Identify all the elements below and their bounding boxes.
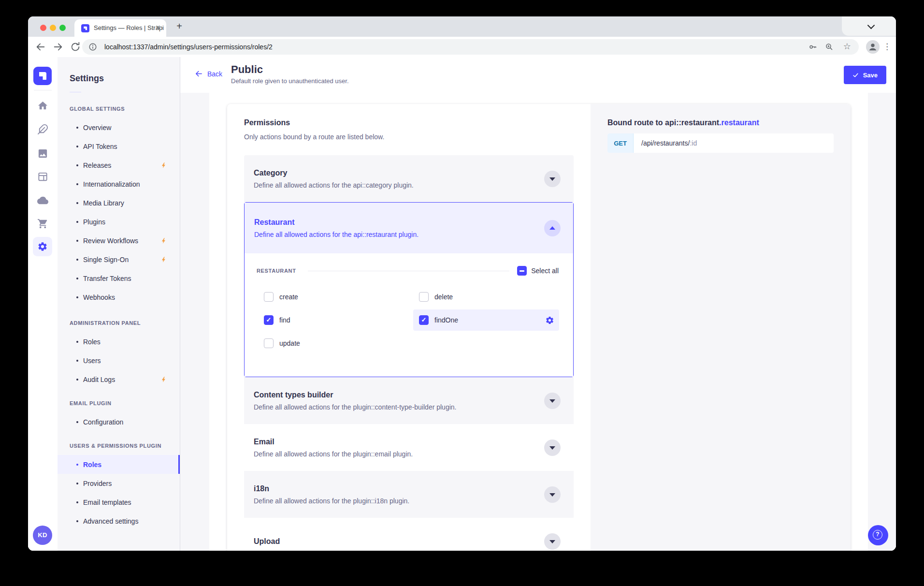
permission-findone-selected-row[interactable]: findOne <box>413 309 559 331</box>
accordion-title: Content types builder <box>254 390 544 400</box>
bullet-icon <box>76 341 78 343</box>
settings-cog-icon[interactable] <box>545 316 554 325</box>
group-label: RESTAURANT <box>257 268 296 274</box>
permission-findone[interactable]: findOne <box>419 315 458 325</box>
content-type-builder-icon[interactable] <box>37 171 48 182</box>
screenshot-stage: Settings — Roles | Strapi × + localhost:… <box>0 0 924 586</box>
bookmark-star-icon[interactable]: ☆ <box>843 39 851 55</box>
bullet-icon <box>76 278 78 279</box>
back-nav-icon[interactable] <box>35 42 46 52</box>
sidebar-item-audit-logs[interactable]: Audit Logs <box>58 370 180 389</box>
bullet-icon <box>76 360 78 362</box>
save-button[interactable]: Save <box>844 66 886 84</box>
home-icon[interactable] <box>37 100 48 111</box>
sidebar-item-review-workflows[interactable]: Review Workflows <box>58 231 180 250</box>
bullet-icon <box>76 379 78 381</box>
settings-nav-item[interactable] <box>33 237 52 256</box>
accordion-email[interactable]: Email Define all allowed actions for the… <box>244 424 574 471</box>
back-link[interactable]: Back <box>195 70 222 78</box>
sidebar-item-plugins[interactable]: Plugins <box>58 212 180 231</box>
sidebar-item-overview[interactable]: Overview <box>58 118 180 137</box>
macos-close-button[interactable] <box>40 25 46 31</box>
restaurant-group-row: RESTAURANT Select all <box>245 266 573 276</box>
help-button[interactable]: ? <box>868 525 888 545</box>
route-input[interactable]: GET /api/restaurants/:id <box>607 133 834 153</box>
sidebar-item-webhooks[interactable]: Webhooks <box>58 288 180 307</box>
accordion-title: Upload <box>254 537 544 546</box>
accordion-content-types-builder[interactable]: Content types builder Define all allowed… <box>244 377 574 424</box>
sidebar-item-email-configuration[interactable]: Configuration <box>58 412 180 431</box>
forward-nav-icon[interactable] <box>53 42 63 52</box>
sidebar-item-internationalization[interactable]: Internationalization <box>58 175 180 193</box>
permissions-grid: create delete <box>245 285 573 355</box>
section-list-administration-panel: Roles Users Audit Logs <box>58 332 180 389</box>
macos-zoom-button[interactable] <box>59 25 66 31</box>
section-label-global-settings: GLOBAL SETTINGS <box>70 106 180 112</box>
accordion-restaurant-header[interactable]: Restaurant Define all allowed actions fo… <box>245 203 573 253</box>
sidebar-item-admin-users[interactable]: Users <box>58 351 180 370</box>
chevron-down-icon[interactable] <box>544 533 561 550</box>
select-all-control[interactable]: Select all <box>517 266 559 276</box>
tab-close-icon[interactable]: × <box>154 19 162 37</box>
back-arrow-icon <box>195 70 203 78</box>
site-info-icon[interactable] <box>88 43 97 53</box>
accordion-upload[interactable]: Upload <box>244 518 574 551</box>
sidebar-item-advanced-settings[interactable]: Advanced settings <box>58 512 180 530</box>
url-text[interactable]: localhost:1337/admin/settings/users-perm… <box>104 39 273 55</box>
checkbox-delete[interactable] <box>419 292 429 302</box>
browser-profile-avatar[interactable] <box>866 40 880 54</box>
permissions-card: Permissions Only actions bound by a rout… <box>227 104 851 551</box>
tab-search-area[interactable] <box>842 16 896 36</box>
browser-tab[interactable]: Settings — Roles | Strapi × <box>74 19 166 37</box>
new-tab-button[interactable]: + <box>172 19 187 34</box>
bullet-icon <box>76 221 78 223</box>
sidebar-item-api-tokens[interactable]: API Tokens <box>58 137 180 156</box>
sidebar-item-media-library[interactable]: Media Library <box>58 193 180 212</box>
select-all-checkbox[interactable] <box>517 266 527 276</box>
bullet-icon <box>76 296 78 298</box>
cloud-icon[interactable] <box>37 195 48 206</box>
macos-minimize-button[interactable] <box>50 25 56 31</box>
marketplace-cart-icon[interactable] <box>37 218 48 229</box>
chevron-up-icon[interactable] <box>544 220 561 236</box>
chevron-down-icon[interactable] <box>544 171 561 187</box>
strapi-logo[interactable] <box>33 67 52 85</box>
premium-bolt-icon <box>160 256 167 263</box>
sidebar-item-admin-roles[interactable]: Roles <box>58 332 180 351</box>
sidebar-item-single-sign-on[interactable]: Single Sign-On <box>58 250 180 269</box>
permission-create[interactable]: create <box>264 292 419 302</box>
sidebar-item-email-templates[interactable]: Email templates <box>58 493 180 512</box>
permission-update[interactable]: update <box>264 338 419 348</box>
password-key-icon[interactable] <box>808 43 817 53</box>
bullet-icon <box>76 464 78 466</box>
url-bar[interactable]: localhost:1337/admin/settings/users-perm… <box>82 39 859 55</box>
reload-icon[interactable] <box>70 42 81 52</box>
bullet-icon <box>76 146 78 147</box>
checkbox-create[interactable] <box>264 292 274 302</box>
sidebar-item-providers[interactable]: Providers <box>58 474 180 493</box>
chevron-down-icon[interactable] <box>544 486 561 503</box>
bullet-icon <box>76 421 78 423</box>
chevron-down-icon[interactable] <box>544 440 561 456</box>
checkbox-find[interactable] <box>264 315 274 325</box>
accordion-category[interactable]: Category Define all allowed actions for … <box>244 155 574 202</box>
permission-delete[interactable]: delete <box>419 292 453 302</box>
subnav-divider <box>70 92 81 92</box>
sidebar-item-up-roles[interactable]: Roles <box>58 455 180 474</box>
permission-find[interactable]: find <box>264 315 419 325</box>
subnav-title: Settings <box>70 73 180 84</box>
sidebar-item-releases[interactable]: Releases <box>58 156 180 175</box>
chevron-down-icon[interactable] <box>544 393 561 409</box>
browser-window: Settings — Roles | Strapi × + localhost:… <box>28 16 896 551</box>
page-subtitle: Default role given to unauthenticated us… <box>231 77 349 85</box>
zoom-page-icon[interactable] <box>825 43 834 53</box>
browser-menu-icon[interactable]: ⋮ <box>883 37 891 57</box>
bullet-icon <box>76 240 78 242</box>
user-avatar[interactable]: KD <box>33 526 52 545</box>
media-library-icon[interactable] <box>37 148 48 159</box>
checkbox-findone[interactable] <box>419 315 429 325</box>
accordion-i18n[interactable]: i18n Define all allowed actions for the … <box>244 471 574 518</box>
content-manager-feather-icon[interactable] <box>37 124 48 135</box>
sidebar-item-transfer-tokens[interactable]: Transfer Tokens <box>58 269 180 288</box>
checkbox-update[interactable] <box>264 338 274 348</box>
